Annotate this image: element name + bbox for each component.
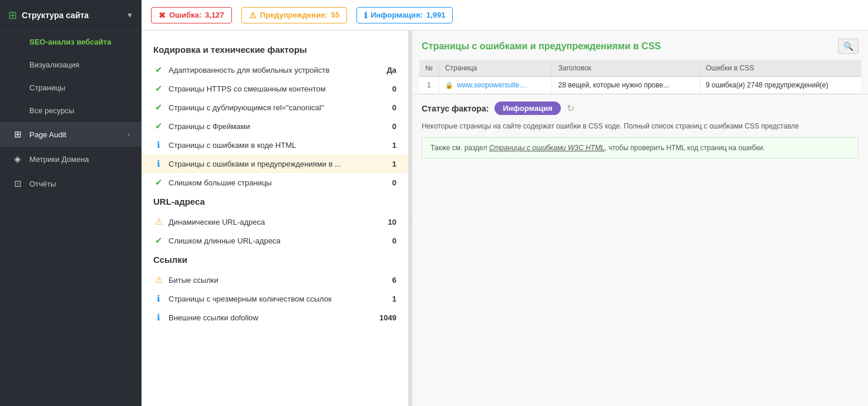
table-container: № Страница Заголовок Ошибки в CSS 1 🔒 ww… <box>412 54 868 94</box>
check-value: 6 <box>379 276 396 285</box>
note-suffix: , чтобы проверить HTML код страниц на ош… <box>605 144 765 152</box>
section-title-urls: URL-адреса <box>142 192 408 212</box>
check-icon-green: ✔ <box>153 121 164 131</box>
reports-icon: ⊡ <box>12 178 23 189</box>
check-value: 0 <box>379 178 396 187</box>
sidebar-item-label: Page Audit <box>29 130 66 139</box>
search-button[interactable]: 🔍 <box>838 39 859 54</box>
warning-badge: ⚠ Предупреждение: 55 <box>241 7 348 23</box>
col-num: № <box>419 60 439 77</box>
check-row[interactable]: ✔ Слишком большие страницы 0 <box>142 173 408 192</box>
check-label: Страницы HTTPS со смешанным контентом <box>169 84 374 93</box>
check-value: Да <box>379 66 396 75</box>
status-badge: Информация <box>494 102 560 115</box>
check-icon-green: ✔ <box>153 102 164 113</box>
status-label: Статус фактора: <box>422 104 489 113</box>
sidebar-item-pages[interactable]: Страницы <box>0 76 142 99</box>
check-value: 0 <box>379 236 396 245</box>
info-value: 1,991 <box>426 11 446 19</box>
sidebar-item-reports[interactable]: ⊡ Отчёты <box>0 171 142 196</box>
sidebar-item-page-audit[interactable]: ⊞ Page Audit › <box>0 122 142 147</box>
row-title: 28 вещей, которые нужно прове... <box>552 77 699 94</box>
check-icon-warning: ⚠ <box>153 216 164 227</box>
warning-icon: ⚠ <box>249 11 257 20</box>
check-value: 0 <box>379 84 396 93</box>
check-value: 1 <box>379 295 396 303</box>
lock-icon: 🔒 <box>445 82 453 89</box>
check-icon-green: ✔ <box>153 235 164 246</box>
sidebar-header[interactable]: ⊞ Структура сайта ▼ <box>0 0 142 31</box>
check-value: 0 <box>379 103 396 112</box>
sidebar-item-all-resources[interactable]: Все ресурсы <box>0 99 142 122</box>
check-value: 0 <box>379 122 396 131</box>
left-panel: Кодировка и технические факторы ✔ Адапти… <box>142 31 409 406</box>
note-link[interactable]: Страницы с ошибками W3C HTML <box>489 144 605 152</box>
status-description: Некоторые страницы на сайте содержат оши… <box>422 121 859 131</box>
check-row[interactable]: ⚠ Битые ссылки 6 <box>142 270 408 289</box>
sidebar-item-label: Отчёты <box>29 180 56 188</box>
sidebar-item-seo-analysis[interactable]: SEO-анализ вебсайта <box>0 31 142 53</box>
url-link[interactable]: www.seopowersuite.... <box>457 81 527 89</box>
domain-icon: ◈ <box>12 154 23 164</box>
check-label: Адаптированность для мобильных устройств <box>169 66 374 75</box>
chevron-down-icon: ▼ <box>126 11 133 19</box>
section-title-encoding: Кодировка и технические факторы <box>142 40 408 60</box>
css-errors-table: № Страница Заголовок Ошибки в CSS 1 🔒 ww… <box>419 60 861 94</box>
check-label: Слишком большие страницы <box>169 178 374 187</box>
sidebar-item-label: SEO-анализ вебсайта <box>29 38 111 46</box>
row-num: 1 <box>419 77 439 94</box>
sidebar-item-visualization[interactable]: Визуализация <box>0 53 142 76</box>
check-label: Страницы с ошибками и предупреждениями в… <box>169 160 374 168</box>
check-value: 1 <box>379 141 396 150</box>
topbar: ✖ Ошибка: 3,127 ⚠ Предупреждение: 55 ℹ И… <box>142 0 868 31</box>
warning-label: Предупреждение: <box>260 11 328 19</box>
structure-icon: ⊞ <box>8 9 17 22</box>
check-row[interactable]: ℹ Внешние ссылки dofollow 1049 <box>142 308 408 327</box>
sidebar-item-label: Метрики Домена <box>29 155 89 164</box>
status-area: Статус фактора: Информация ↻ Некоторые с… <box>412 94 868 406</box>
right-panel-header: Страницы с ошибками и предупреждениями в… <box>412 31 868 54</box>
check-value: 1 <box>379 160 396 168</box>
chevron-right-icon: › <box>127 131 130 138</box>
check-icon-info: ℹ <box>153 140 164 150</box>
check-row[interactable]: ✔ Страницы с дублирующимся rel="canonica… <box>142 98 408 117</box>
check-row[interactable]: ⚠ Динамические URL-адреса 10 <box>142 212 408 231</box>
error-value: 3,127 <box>205 11 224 19</box>
main-area: ✖ Ошибка: 3,127 ⚠ Предупреждение: 55 ℹ И… <box>142 0 868 406</box>
note-prefix: Также см. раздел <box>430 144 489 152</box>
section-title-links: Ссылки <box>142 250 408 270</box>
audit-icon: ⊞ <box>12 129 23 140</box>
check-icon-green: ✔ <box>153 65 164 75</box>
check-icon-green: ✔ <box>153 83 164 94</box>
check-row[interactable]: ✔ Страницы HTTPS со смешанным контентом … <box>142 79 408 98</box>
check-label: Слишком длинные URL-адреса <box>169 236 374 245</box>
info-label: Информация: <box>371 11 423 19</box>
error-label: Ошибка: <box>169 11 201 19</box>
right-panel-title: Страницы с ошибками и предупреждениями в… <box>422 41 661 52</box>
check-icon-warning: ⚠ <box>153 275 164 285</box>
check-icon-info: ℹ <box>153 312 164 323</box>
col-page: Страница <box>439 60 552 77</box>
check-label: Страницы с Фреймами <box>169 122 374 131</box>
table-row: 1 🔒 www.seopowersuite.... 28 вещей, кото… <box>419 77 861 94</box>
sidebar-item-label: Все ресурсы <box>29 106 74 115</box>
sidebar: ⊞ Структура сайта ▼ SEO-анализ вебсайта … <box>0 0 142 406</box>
refresh-icon[interactable]: ↻ <box>567 103 574 114</box>
sidebar-item-label: Визуализация <box>29 60 79 69</box>
row-css-errors: 9 ошибка(и) 2748 предупреждений(е) <box>699 77 861 94</box>
check-icon-info: ℹ <box>153 158 164 169</box>
check-value: 10 <box>379 218 396 226</box>
check-label: Битые ссылки <box>169 276 374 285</box>
warning-value: 55 <box>331 11 339 19</box>
col-css-errors: Ошибки в CSS <box>699 60 861 77</box>
check-row[interactable]: ℹ Страницы с ошибками в коде HTML 1 <box>142 136 408 154</box>
check-row[interactable]: ✔ Адаптированность для мобильных устройс… <box>142 60 408 79</box>
check-value: 1049 <box>379 313 396 322</box>
check-row[interactable]: ✔ Страницы с Фреймами 0 <box>142 117 408 136</box>
check-row[interactable]: ℹ Страницы с чрезмерным количеством ссыл… <box>142 289 408 308</box>
sidebar-item-domain-metrics[interactable]: ◈ Метрики Домена <box>0 147 142 171</box>
check-row[interactable]: ✔ Слишком длинные URL-адреса 0 <box>142 231 408 250</box>
check-label: Внешние ссылки dofollow <box>169 313 374 322</box>
check-row-selected[interactable]: ℹ Страницы с ошибками и предупреждениями… <box>142 154 408 173</box>
check-icon-green: ✔ <box>153 177 164 188</box>
